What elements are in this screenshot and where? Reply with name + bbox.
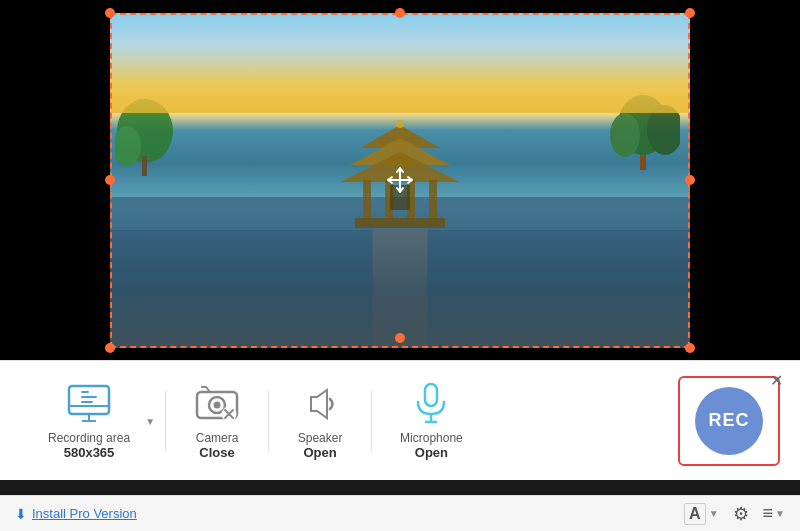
svg-marker-30 — [311, 390, 327, 418]
status-bar-right: A ▼ ⚙ ≡ ▼ — [684, 503, 785, 525]
microphone-label: Microphone — [400, 431, 463, 445]
svg-marker-2 — [340, 152, 460, 182]
recording-area-item[interactable]: Recording area 580x365 ▼ — [20, 373, 165, 468]
font-icon: A — [684, 503, 706, 525]
svg-rect-7 — [355, 218, 445, 228]
handle-top-center[interactable] — [395, 8, 405, 18]
svg-rect-31 — [425, 384, 437, 406]
monitor-icon — [66, 381, 112, 427]
close-button[interactable]: ✕ — [765, 369, 788, 392]
handle-top-left[interactable] — [105, 8, 115, 18]
preview-image — [110, 13, 690, 348]
font-button[interactable]: A ▼ — [684, 503, 718, 525]
svg-point-8 — [396, 120, 404, 128]
settings-icon[interactable]: ⚙ — [733, 503, 749, 525]
svg-rect-15 — [142, 156, 147, 176]
handle-top-right[interactable] — [685, 8, 695, 18]
install-pro-link[interactable]: Install Pro Version — [32, 506, 137, 521]
dropdown-arrow-icon[interactable]: ▼ — [145, 415, 155, 426]
handle-middle-right[interactable] — [685, 175, 695, 185]
preview-frame[interactable] — [110, 13, 690, 348]
speaker-icon — [297, 381, 343, 427]
menu-icon: ≡ — [763, 503, 774, 524]
microphone-status: Open — [415, 445, 448, 460]
menu-button[interactable]: ≡ ▼ — [763, 503, 785, 524]
svg-rect-17 — [69, 386, 109, 414]
microphone-icon — [408, 381, 454, 427]
recording-area-value: 580x365 — [64, 445, 115, 460]
pavilion-decoration — [335, 120, 465, 230]
camera-icon — [194, 381, 240, 427]
microphone-item[interactable]: Microphone Open — [372, 373, 491, 468]
canvas-area — [0, 0, 800, 360]
water-overlay — [110, 230, 690, 347]
svg-point-26 — [214, 402, 221, 409]
status-bar: ⬇ Install Pro Version A ▼ ⚙ ≡ ▼ — [0, 495, 800, 531]
sky-overlay — [110, 13, 690, 114]
rec-button[interactable]: REC — [695, 387, 763, 455]
handle-bottom-right[interactable] — [685, 343, 695, 353]
speaker-status: Open — [303, 445, 336, 460]
svg-point-12 — [610, 113, 640, 157]
speaker-item[interactable]: Speaker Open — [269, 373, 371, 468]
menu-dropdown-arrow: ▼ — [775, 508, 785, 519]
toolbar-items: Recording area 580x365 ▼ Camera Cl — [20, 373, 780, 468]
toolbar: ✕ Recording area 580x365 ▼ — [0, 360, 800, 480]
handle-bottom-center[interactable] — [395, 333, 405, 343]
rec-label: REC — [708, 410, 749, 431]
camera-item[interactable]: Camera Close — [166, 373, 268, 468]
handle-middle-left[interactable] — [105, 175, 115, 185]
svg-rect-9 — [390, 185, 410, 210]
camera-label: Camera — [196, 431, 239, 445]
camera-status: Close — [199, 445, 234, 460]
font-dropdown-arrow: ▼ — [709, 508, 719, 519]
handle-bottom-left[interactable] — [105, 343, 115, 353]
speaker-label: Speaker — [298, 431, 343, 445]
svg-rect-6 — [429, 180, 437, 220]
recording-area-label: Recording area — [48, 431, 130, 445]
svg-rect-3 — [363, 180, 371, 220]
download-icon: ⬇ — [15, 506, 27, 522]
